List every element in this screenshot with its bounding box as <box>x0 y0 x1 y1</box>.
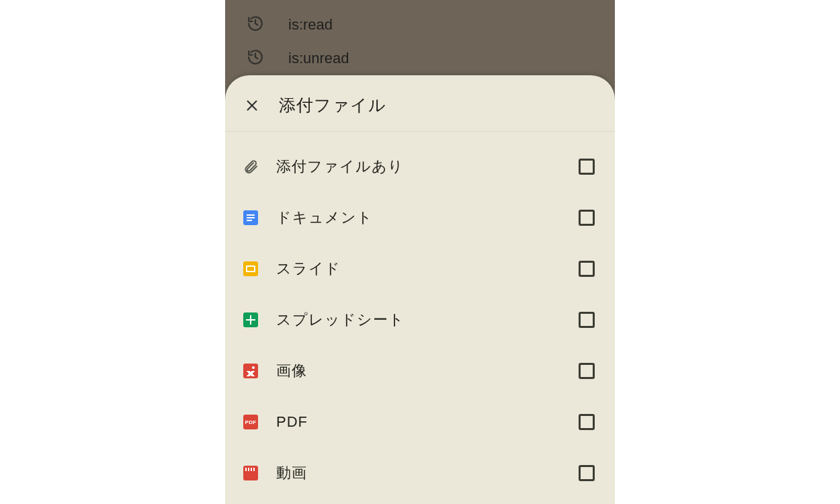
history-icon <box>247 48 264 69</box>
option-label: PDF <box>276 413 561 431</box>
attachment-filter-sheet: 添付ファイル 添付ファイルあり ドキュメント <box>225 75 615 504</box>
option-video[interactable]: 動画 <box>225 448 615 499</box>
search-history-list: is:read is:unread <box>225 0 615 75</box>
close-button[interactable] <box>243 96 261 115</box>
option-has-attachment[interactable]: 添付ファイルあり <box>225 141 615 192</box>
checkbox[interactable] <box>579 210 595 226</box>
sheet-title: 添付ファイル <box>279 94 386 116</box>
checkbox[interactable] <box>579 312 595 328</box>
checkbox[interactable] <box>579 159 595 175</box>
sheets-icon <box>243 312 259 328</box>
option-label: 動画 <box>276 463 561 483</box>
attachment-icon <box>243 159 259 175</box>
attachment-options: 添付ファイルあり ドキュメント スライド <box>225 132 615 504</box>
option-slide[interactable]: スライド <box>225 243 615 294</box>
option-image[interactable]: 画像 <box>225 345 615 396</box>
option-label: ドキュメント <box>276 208 561 228</box>
option-label: 画像 <box>276 361 561 381</box>
close-icon <box>245 98 259 113</box>
phone-column: is:read is:unread <box>225 0 615 504</box>
docs-icon <box>243 210 259 226</box>
checkbox[interactable] <box>579 261 595 277</box>
checkbox[interactable] <box>579 363 595 379</box>
checkbox[interactable] <box>579 414 595 430</box>
search-history-label: is:unread <box>288 50 349 67</box>
sheet-header: 添付ファイル <box>225 75 615 132</box>
checkbox[interactable] <box>579 465 595 481</box>
image-icon <box>243 363 259 379</box>
option-label: スプレッドシート <box>276 310 561 330</box>
option-document[interactable]: ドキュメント <box>225 192 615 243</box>
pdf-icon: PDF <box>243 414 259 430</box>
option-spreadsheet[interactable]: スプレッドシート <box>225 294 615 345</box>
stage: is:read is:unread <box>0 0 840 504</box>
search-history-item[interactable]: is:unread <box>225 42 615 75</box>
option-label: スライド <box>276 259 561 279</box>
history-icon <box>247 15 264 35</box>
option-label: 添付ファイルあり <box>276 157 561 177</box>
search-history-item[interactable]: is:read <box>225 8 615 42</box>
option-pdf[interactable]: PDF PDF <box>225 396 615 448</box>
slides-icon <box>243 261 259 277</box>
search-history-label: is:read <box>288 16 333 34</box>
video-icon <box>243 465 259 481</box>
